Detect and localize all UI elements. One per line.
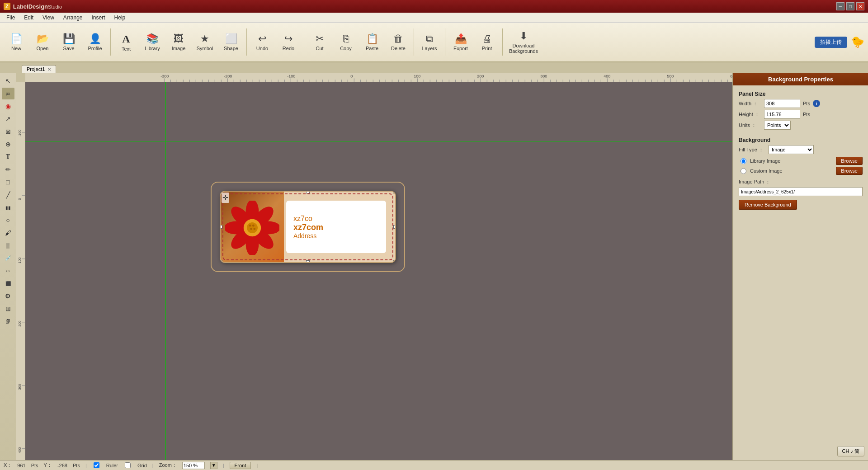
left-tool-zoom[interactable]: ⊕ [2,138,14,150]
left-tool-crop[interactable]: ⊠ [2,126,14,137]
resize-handle-ml[interactable] [220,225,222,229]
fill-type-label: Fill Type ： [739,146,766,153]
toolbar-export-button[interactable]: 📤 Export [448,25,473,59]
left-tool-red[interactable]: ◉ [2,100,14,112]
symbol-label: Symbol [197,46,213,51]
canvas-area[interactable]: ✛ xz7co xz7com Address [16,73,732,460]
label-text-line2: xz7com [293,223,379,232]
width-unit: Pts [803,101,810,106]
menu-arrange[interactable]: Arrange [59,14,87,22]
language-button[interactable]: CH ♪ 简 [837,446,865,456]
delete-icon: 🗑 [393,33,403,45]
connect-button[interactable]: 拍摄上传 [815,37,847,48]
menu-bar: File Edit View Arrange Insert Help [0,13,868,23]
left-tool-ellipse[interactable]: ○ [2,214,14,226]
zoom-input[interactable] [182,462,205,469]
left-tool-flip[interactable]: ↔ [2,265,14,277]
left-tool-barcode[interactable]: ▮▮ [2,202,14,213]
label-text-line1: xz7co [293,215,379,223]
toolbar-profile-button[interactable]: 👤 Profile [82,25,108,59]
left-tool-gradient[interactable]: ▒ [2,240,14,251]
image-icon: 🖼 [174,33,184,45]
toolbar-image-button[interactable]: 🖼 Image [166,25,191,59]
tab-close-project1[interactable]: ✕ [47,67,51,72]
tab-project1[interactable]: Project1 ✕ [22,65,56,73]
grid-checkbox[interactable] [125,462,131,468]
left-tool-line[interactable]: ╱ [2,189,14,201]
svg-point-9 [247,222,258,233]
width-input[interactable] [764,99,800,108]
status-sep-3: | [223,463,224,468]
copy-label: Copy [340,46,352,51]
toolbar-download-bg-button[interactable]: ⬇ Download Backgrounds [505,25,542,59]
units-select[interactable]: Points Inches mm [764,121,791,130]
front-button[interactable]: Front [230,462,251,469]
toolbar-cut-button[interactable]: ✂ Cut [307,25,332,59]
resize-handle-tm[interactable] [306,191,310,193]
left-tool-eyedrop[interactable]: 💉 [2,252,14,264]
toolbar-save-button[interactable]: 💾 Save [56,25,81,59]
left-tool-img[interactable]: 🗐 [2,315,14,327]
fill-type-select[interactable]: Image Color None [769,145,814,154]
toolbar-delete-button[interactable]: 🗑 Delete [386,25,411,59]
toolbar-redo-button[interactable]: ↪ Redo [276,25,301,59]
left-tool-pointer[interactable]: ↗ [2,113,14,125]
ruler-checkbox[interactable] [94,462,99,468]
resize-handle-tr[interactable] [393,191,396,193]
image-path-label: Image Path ： [739,179,863,185]
menu-help[interactable]: Help [110,14,130,22]
cut-icon: ✂ [316,33,324,45]
height-input[interactable] [764,110,800,119]
label-card[interactable]: ✛ xz7co xz7com Address [220,191,396,263]
custom-image-radio[interactable] [741,168,746,174]
toolbar-sep-6 [502,28,503,56]
left-tool-grid[interactable]: ⊞ [2,303,14,315]
canvas-content[interactable]: ✛ xz7co xz7com Address [25,82,732,460]
toolbar-undo-button[interactable]: ↩ Undo [250,25,275,59]
status-sep-2: | [152,463,154,468]
resize-handle-mr[interactable] [393,225,396,229]
maximize-button[interactable]: □ [846,2,854,10]
library-browse-button[interactable]: Browse [836,157,863,165]
resize-handle-br[interactable] [393,260,396,263]
close-button[interactable]: ✕ [856,2,864,10]
shape-label: Shape [224,46,238,51]
toolbar-layers-button[interactable]: ⧉ Layers [417,25,442,59]
new-icon: 📄 [10,33,23,45]
custom-browse-button[interactable]: Browse [836,167,863,175]
left-tool-draw[interactable]: ✏ [2,164,14,175]
toolbar-shape-button[interactable]: ⬜ Shape [218,25,244,59]
menu-insert[interactable]: Insert [87,14,110,22]
minimize-button[interactable]: ─ [836,2,844,10]
panel-info-icon[interactable]: i [813,100,820,107]
menu-file[interactable]: File [2,14,19,22]
menu-edit[interactable]: Edit [19,14,38,22]
zoom-dropdown-button[interactable]: ▼ [210,462,217,469]
toolbar-text-button[interactable]: A Text [113,25,139,59]
toolbar-new-button[interactable]: 📄 New [4,25,29,59]
left-tool-select[interactable]: ↖ [2,75,14,87]
resize-handle-bm[interactable] [306,260,310,263]
library-image-radio[interactable] [741,158,746,164]
left-tool-px[interactable]: px [2,88,14,99]
toolbar: 📄 New 📂 Open 💾 Save 👤 Profile A Text 📚 L… [0,23,868,62]
left-tool-text[interactable]: T [2,151,14,163]
toolbar-paste-button[interactable]: 📋 Paste [359,25,385,59]
left-tool-paint[interactable]: 🖌 [2,227,14,239]
toolbar-print-button[interactable]: 🖨 Print [474,25,500,59]
svg-point-12 [250,228,252,230]
layers-icon: ⧉ [426,33,433,45]
toolbar-library-button[interactable]: 📚 Library [140,25,165,59]
delete-label: Delete [391,46,406,51]
toolbar-symbol-button[interactable]: ★ Symbol [192,25,217,59]
resize-handle-bl[interactable] [220,260,222,263]
toolbar-open-button[interactable]: 📂 Open [30,25,55,59]
left-tool-settings[interactable]: ⚙ [2,290,14,302]
remove-background-button[interactable]: Remove Background [739,200,797,210]
guide-line-horizontal [25,141,732,141]
left-tool-shape[interactable]: □ [2,176,14,188]
menu-view[interactable]: View [38,14,59,22]
left-tool-eraser[interactable]: ⬛ [2,277,14,289]
image-path-input[interactable] [739,187,863,196]
toolbar-copy-button[interactable]: ⎘ Copy [333,25,359,59]
